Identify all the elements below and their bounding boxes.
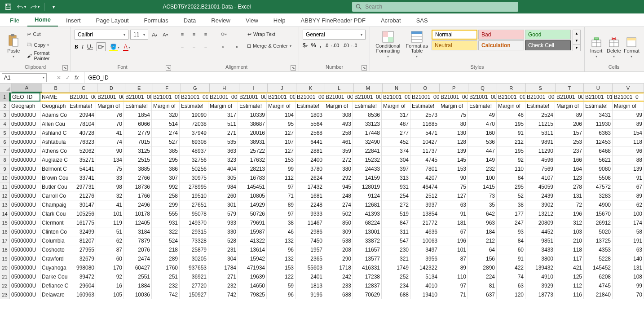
cell[interactable]: Estimate! [238, 102, 267, 111]
cell[interactable]: 642 [468, 209, 497, 218]
cell[interactable]: 117 [555, 254, 584, 263]
cell[interactable]: 258 [324, 128, 353, 137]
cell[interactable]: Margin of [497, 102, 525, 111]
styles-scroll-up[interactable]: ▲ [573, 30, 580, 36]
cell[interactable]: 299 [152, 200, 180, 209]
row-header[interactable]: 21 [0, 272, 10, 281]
style-normal[interactable]: Normal [432, 30, 477, 40]
row-header[interactable]: 15 [0, 218, 10, 227]
tab-insert[interactable]: Insert [59, 14, 88, 27]
cell[interactable]: 62 [613, 200, 644, 209]
cell[interactable]: 0500000U [10, 191, 40, 200]
cell[interactable]: 1415 [468, 182, 497, 191]
cell[interactable]: 289 [152, 254, 180, 263]
cell[interactable]: 313 [382, 173, 410, 182]
column-header[interactable]: U [584, 84, 613, 93]
cell[interactable]: 511 [208, 120, 238, 128]
cell[interactable]: Coshocto [40, 245, 68, 254]
cell[interactable]: 27720 [180, 281, 208, 290]
cell[interactable]: 13001 [353, 227, 382, 236]
cell[interactable]: 139 [613, 164, 644, 173]
cell[interactable]: 3885 [124, 164, 152, 173]
cell[interactable]: 41322 [238, 236, 267, 245]
cell[interactable]: B21001_00 [296, 93, 324, 102]
cell[interactable]: 81 [468, 281, 497, 290]
font-color-button[interactable]: A▾ [123, 44, 130, 50]
cell[interactable]: 847 [382, 218, 410, 227]
cell[interactable]: 0500000U [10, 128, 40, 137]
cell[interactable]: 208 [324, 245, 353, 254]
styles-more[interactable]: ▾ [573, 44, 580, 51]
cell[interactable]: B21001_00 [525, 93, 555, 102]
cell[interactable]: B21001_00 [555, 93, 584, 102]
tab-acrobat[interactable]: Acrobat [374, 14, 408, 27]
cell[interactable]: 63 [439, 200, 468, 209]
cell[interactable]: 19410 [410, 290, 439, 299]
cell[interactable]: 50256 [180, 164, 208, 173]
cell[interactable]: 25722 [238, 146, 267, 155]
cell[interactable]: 154 [613, 128, 644, 137]
cell[interactable]: 10339 [238, 111, 267, 120]
cell[interactable]: 11215 [525, 120, 555, 128]
cell[interactable]: 12453 [584, 137, 613, 146]
cell[interactable]: 37949 [180, 128, 208, 137]
decrease-indent-icon[interactable]: ⇤ [219, 42, 228, 51]
cell[interactable]: 10178 [124, 209, 152, 218]
cell[interactable]: 195 [497, 120, 525, 128]
cell[interactable]: 9333 [296, 209, 324, 218]
cell[interactable]: 32 [96, 191, 124, 200]
cell[interactable]: 79691 [238, 218, 267, 227]
row-header[interactable]: 18 [0, 245, 10, 254]
cell[interactable]: 35271 [68, 155, 96, 164]
cell[interactable]: 41 [96, 128, 124, 137]
cell[interactable]: 233 [324, 281, 353, 290]
cell[interactable]: B21001_00 [353, 93, 382, 102]
cell[interactable]: 139432 [525, 263, 555, 272]
cell[interactable]: 125 [555, 272, 584, 281]
cell[interactable]: 404 [208, 164, 238, 173]
column-header[interactable]: S [526, 84, 556, 93]
cell[interactable]: 81207 [68, 236, 96, 245]
cell[interactable]: 127 [267, 146, 296, 155]
cell[interactable]: 60 [96, 254, 124, 263]
cell[interactable]: 87 [439, 254, 468, 263]
font-name-combo[interactable]: Calibri▾ [75, 30, 128, 40]
cell[interactable]: 74 [497, 272, 525, 281]
cell[interactable]: 145451 [238, 182, 267, 191]
row-header[interactable]: 10 [0, 173, 10, 182]
cell[interactable]: B21001_00 [410, 93, 439, 102]
cell[interactable]: 19090 [180, 111, 208, 120]
cell[interactable]: 170 [96, 263, 124, 272]
cell[interactable]: 132 [267, 236, 296, 245]
cell[interactable]: 68224 [353, 218, 382, 227]
cell[interactable]: 0500000U [10, 281, 40, 290]
cell[interactable]: 0500000U [10, 245, 40, 254]
cell[interactable]: 100 [468, 173, 497, 182]
cell[interactable]: 253 [555, 137, 584, 146]
cell[interactable]: 637 [468, 290, 497, 299]
row-header[interactable]: 9 [0, 164, 10, 173]
cell[interactable]: 27955 [68, 245, 96, 254]
cell[interactable]: 945 [324, 182, 353, 191]
cell[interactable]: 374 [382, 146, 410, 155]
cell[interactable]: 271 [208, 272, 238, 281]
cell[interactable]: 305 [208, 173, 238, 182]
cell[interactable]: B21001_00 [267, 93, 296, 102]
cell[interactable]: 1681 [296, 191, 324, 200]
cell[interactable]: 89 [613, 191, 644, 200]
cell[interactable]: 7801 [410, 164, 439, 173]
cell[interactable]: B21001_00 [96, 93, 124, 102]
cell[interactable]: 46474 [410, 182, 439, 191]
column-header[interactable]: D [97, 84, 125, 93]
cell[interactable]: 97 [267, 182, 296, 191]
cell[interactable]: 258 [152, 191, 180, 200]
column-header[interactable]: L [325, 84, 354, 93]
cell[interactable]: 2766 [124, 173, 152, 182]
row-header[interactable]: 14 [0, 209, 10, 218]
cell[interactable]: 110 [439, 272, 468, 281]
row-header[interactable]: 8 [0, 155, 10, 164]
cell[interactable]: 16783 [238, 173, 267, 182]
styles-scroll-down[interactable]: ▼ [573, 37, 580, 44]
cell[interactable]: 112 [267, 173, 296, 182]
cell[interactable]: 547 [382, 236, 410, 245]
